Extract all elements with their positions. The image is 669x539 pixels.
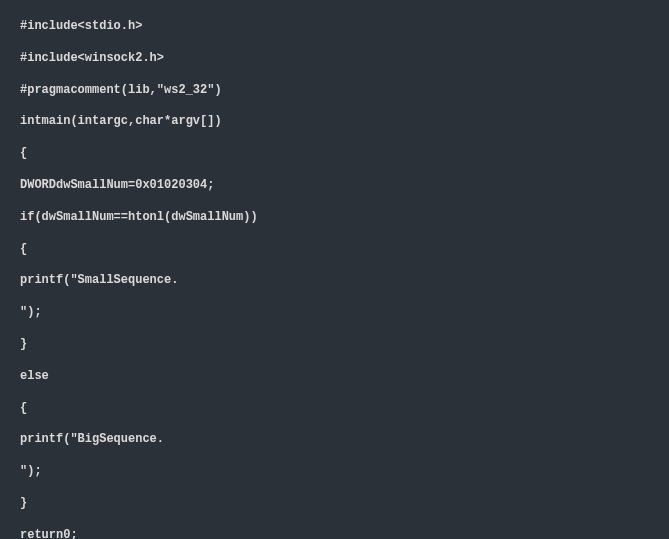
code-line: #pragmacomment(lib,"ws2_32")	[20, 82, 649, 99]
code-line: DWORDdwSmallNum=0x01020304;	[20, 177, 649, 194]
code-line: intmain(intargc,char*argv[])	[20, 113, 649, 130]
code-line: }	[20, 336, 649, 353]
code-line: }	[20, 495, 649, 512]
code-line: if(dwSmallNum==htonl(dwSmallNum))	[20, 209, 649, 226]
code-line: return0;	[20, 527, 649, 539]
code-line: {	[20, 145, 649, 162]
code-line: #include<stdio.h>	[20, 18, 649, 35]
code-line: else	[20, 368, 649, 385]
code-line: {	[20, 400, 649, 417]
code-line: ");	[20, 304, 649, 321]
code-line: printf("BigSequence.	[20, 431, 649, 448]
code-line: printf("SmallSequence.	[20, 272, 649, 289]
code-line: ");	[20, 463, 649, 480]
code-block: #include<stdio.h> #include<winsock2.h> #…	[20, 18, 649, 539]
code-line: #include<winsock2.h>	[20, 50, 649, 67]
code-line: {	[20, 241, 649, 258]
